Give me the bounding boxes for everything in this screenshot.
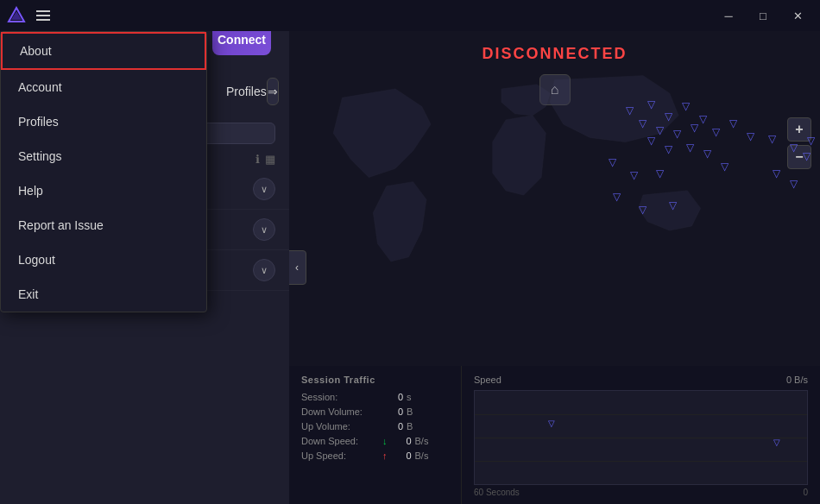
vpn-marker-1: ▽ — [626, 104, 634, 117]
chart-marker-1: ▽ — [548, 419, 555, 428]
up-speed-unit: B/s — [415, 450, 429, 461]
menu-item-logout[interactable]: Logout — [1, 243, 206, 277]
up-speed-value: 0 — [388, 450, 412, 461]
menu-item-settings[interactable]: Settings — [1, 139, 206, 173]
menu-item-help[interactable]: Help — [1, 173, 206, 208]
session-unit: s — [407, 392, 412, 402]
grid-line-2 — [475, 438, 807, 438]
minimize-button[interactable]: ─ — [713, 3, 744, 28]
grid-icon: ▦ — [265, 153, 275, 166]
down-speed-label: Down Speed: — [301, 436, 379, 446]
chevron-austria[interactable]: ∨ — [253, 259, 275, 281]
info-icon: ℹ — [255, 153, 260, 166]
vpn-marker-19: ▽ — [807, 135, 815, 147]
maximize-button[interactable]: □ — [747, 3, 779, 28]
dropdown-menu: About Account Profiles Settings Help Rep… — [0, 31, 207, 312]
menu-item-profiles[interactable]: Profiles — [1, 104, 206, 139]
titlebar-left — [7, 6, 54, 25]
world-map — [289, 31, 820, 359]
stats-panel: Session Traffic Session: 0 s Down Volume… — [289, 366, 820, 504]
vpn-marker-22: ▽ — [630, 169, 638, 181]
vpn-marker-29: ▽ — [669, 199, 677, 211]
vpn-marker-18: ▽ — [790, 142, 798, 154]
titlebar: ─ □ ✕ — [0, 0, 820, 31]
close-button[interactable]: ✕ — [782, 3, 813, 28]
vpn-marker-10: ▽ — [712, 126, 720, 138]
vpn-marker-8: ▽ — [673, 128, 681, 140]
titlebar-controls: ─ □ ✕ — [713, 3, 813, 28]
session-value: 0 — [379, 392, 403, 402]
menu-item-about[interactable]: About — [1, 32, 206, 70]
vpn-marker-24: ▽ — [721, 161, 729, 173]
menu-item-report[interactable]: Report an Issue — [1, 208, 206, 243]
vpn-marker-26: ▽ — [790, 178, 798, 190]
vpn-marker-20: ▽ — [803, 150, 811, 162]
down-speed-unit: B/s — [415, 436, 429, 446]
down-speed-row: Down Speed: ↓ 0 B/s — [301, 436, 449, 446]
chart-area: ▽ ▽ — [474, 390, 808, 485]
down-speed-value: 0 — [388, 436, 412, 446]
vpn-marker-25: ▽ — [773, 167, 780, 180]
vpn-marker-21: ▽ — [609, 156, 616, 168]
vpn-marker-23: ▽ — [656, 167, 664, 180]
speed-chart: Speed 0 B/s ▽ ▽ 60 Seconds 0 — [462, 366, 820, 504]
vpn-marker-5: ▽ — [699, 113, 707, 125]
vpn-marker-2: ▽ — [647, 98, 655, 110]
vpn-marker-14: ▽ — [665, 143, 672, 155]
vpn-marker-17: ▽ — [768, 133, 776, 145]
vpn-marker-3: ▽ — [665, 110, 672, 123]
vpn-marker-15: ▽ — [686, 142, 694, 154]
map-panel: DISCONNECTED ⌂ ‹ + − — [289, 31, 820, 504]
menu-item-exit[interactable]: Exit — [1, 277, 206, 312]
down-volume-row: Down Volume: 0 B — [301, 406, 449, 417]
vpn-marker-11: ▽ — [729, 117, 737, 129]
up-volume-unit: B — [407, 421, 413, 432]
chart-footer: 60 Seconds 0 — [474, 488, 808, 497]
up-volume-value: 0 — [379, 421, 403, 432]
vpn-marker-16: ▽ — [703, 148, 711, 160]
vpn-marker-4: ▽ — [682, 100, 690, 112]
session-label: Session: — [301, 392, 379, 402]
app-logo — [7, 6, 26, 25]
down-volume-unit: B — [407, 406, 413, 417]
up-volume-row: Up Volume: 0 B — [301, 421, 449, 432]
up-volume-label: Up Volume: — [301, 421, 379, 432]
main-layout: About Account Profiles Settings Help Rep… — [0, 31, 820, 504]
vpn-marker-28: ▽ — [639, 204, 647, 216]
hamburger-button[interactable] — [33, 9, 54, 22]
grid-line-3 — [475, 461, 807, 462]
grid-line-1 — [475, 414, 807, 415]
locations-info: ℹ ▦ — [255, 153, 275, 166]
chevron-argentina[interactable]: ∨ — [253, 178, 275, 200]
vpn-marker-9: ▽ — [691, 122, 698, 134]
sidebar: About Account Profiles Settings Help Rep… — [0, 31, 289, 504]
chevron-australia[interactable]: ∨ — [253, 218, 275, 241]
down-volume-label: Down Volume: — [301, 406, 379, 417]
vpn-marker-13: ▽ — [647, 135, 655, 147]
vpn-marker-7: ▽ — [656, 124, 664, 136]
session-row: Session: 0 s — [301, 392, 449, 402]
vpn-marker-27: ▽ — [613, 191, 621, 203]
session-traffic: Session Traffic Session: 0 s Down Volume… — [289, 366, 462, 504]
down-volume-value: 0 — [379, 406, 403, 417]
chart-marker-2: ▽ — [773, 438, 780, 447]
vpn-marker-6: ▽ — [639, 117, 647, 129]
vpn-marker-12: ▽ — [747, 130, 754, 142]
session-traffic-title: Session Traffic — [301, 375, 449, 385]
up-speed-row: Up Speed: ↑ 0 B/s — [301, 450, 449, 461]
profiles-action-button[interactable]: ⇒ — [267, 78, 279, 105]
menu-item-account[interactable]: Account — [1, 70, 206, 104]
speed-header: Speed 0 B/s — [474, 375, 808, 385]
up-speed-label: Up Speed: — [301, 450, 379, 461]
